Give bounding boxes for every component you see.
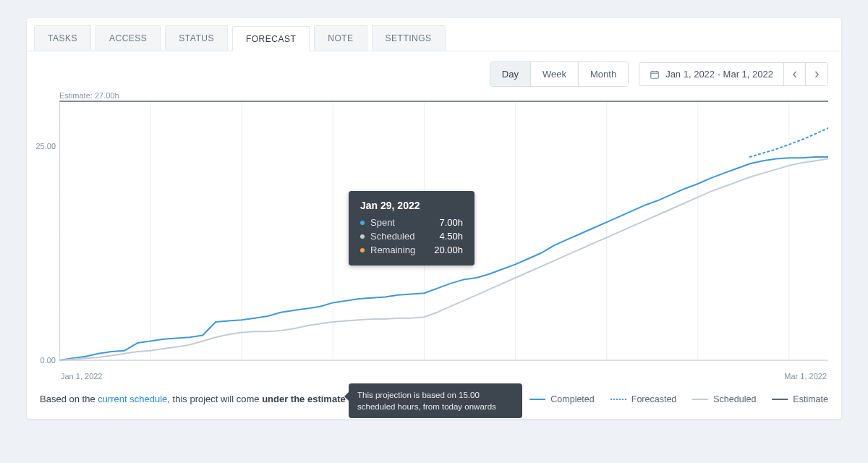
dot-icon [360,248,365,252]
tab-access[interactable]: ACCESS [95,25,161,51]
date-range-display[interactable]: Jan 1, 2022 - Mar 1, 2022 [639,63,784,85]
x-axis-labels: Jan 1, 2022 Mar 1, 2022 [59,368,828,381]
current-schedule-link[interactable]: current schedule [98,394,167,404]
granularity-week[interactable]: Week [531,62,579,86]
tooltip-row-spent: Spent 7.00h [360,216,463,229]
chevron-right-icon [813,71,820,78]
granularity-day[interactable]: Day [490,62,531,86]
tooltip-row-remaining: Remaining 20.00h [360,243,463,257]
granularity-month[interactable]: Month [579,62,628,86]
legend-completed: Completed [529,394,594,404]
svg-rect-0 [651,71,659,77]
date-range-prev-button[interactable] [784,63,806,85]
date-range-text: Jan 1, 2022 - Mar 1, 2022 [665,69,773,80]
calendar-icon [650,69,660,80]
chart-footer: Based on the current schedule, this proj… [27,381,841,419]
dot-icon [360,234,365,239]
tab-status[interactable]: STATUS [165,25,228,51]
x-end-label: Mar 1, 2022 [784,372,827,381]
chart-legend: Completed Forecasted Scheduled Estimate [529,394,828,404]
granularity-segmented: DayWeekMonth [490,61,629,87]
ytick-0: 0.00 [27,356,56,365]
chart-tooltip: Jan 29, 2022 Spent 7.00h Scheduled 4.50h… [349,191,475,266]
tooltip-date: Jan 29, 2022 [360,200,463,211]
x-start-label: Jan 1, 2022 [61,372,103,381]
tab-tasks[interactable]: TASKS [34,25,91,51]
tab-settings[interactable]: SETTINGS [372,25,446,51]
legend-estimate: Estimate [772,394,828,404]
legend-forecasted: Forecasted [610,394,677,404]
tab-bar: TASKSACCESSSTATUSFORECASTNOTESETTINGS [27,18,841,51]
tab-forecast[interactable]: FORECAST [232,26,310,51]
tab-note[interactable]: NOTE [314,25,367,51]
legend-scheduled: Scheduled [692,394,756,404]
forecast-chart[interactable]: Estimate: 27.00h 25.00 0.00 Jan 29, 2022… [59,93,828,368]
chevron-left-icon [791,71,799,78]
forecast-card: TASKSACCESSSTATUSFORECASTNOTESETTINGS Da… [26,17,842,420]
ytick-25: 25.00 [27,142,56,150]
date-range-picker[interactable]: Jan 1, 2022 - Mar 1, 2022 [639,62,828,86]
projection-tooltip: This projection is based on 15.00 schedu… [349,383,522,418]
chart-area: Estimate: 27.00h 25.00 0.00 Jan 29, 2022… [27,90,841,381]
chart-toolbar: DayWeekMonth Jan 1, 2022 - Mar 1, 2022 [27,51,841,90]
tooltip-row-scheduled: Scheduled 4.50h [360,229,463,243]
dot-icon [360,221,365,225]
date-range-next-button[interactable] [806,63,827,85]
